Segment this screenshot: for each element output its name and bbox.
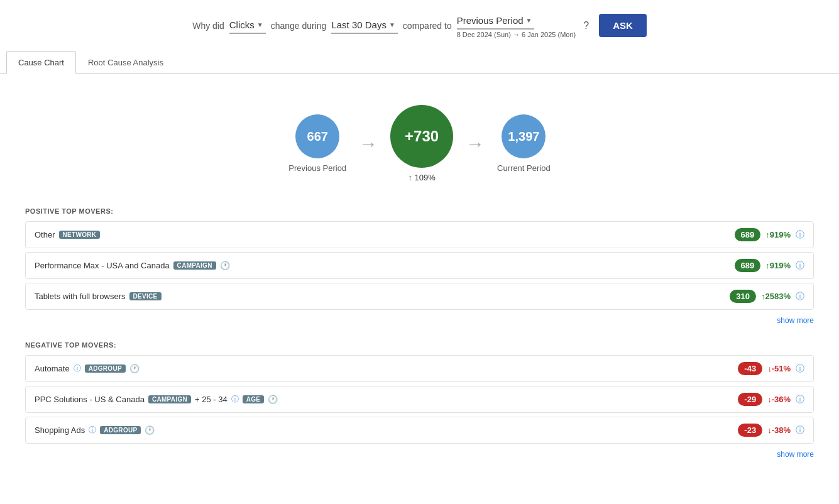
- tag-campaign: CAMPAIGN: [173, 261, 216, 270]
- previous-period-label: Previous Period: [288, 163, 346, 173]
- arrow-right-icon: →: [466, 133, 485, 155]
- metric-arrow-icon: ▼: [257, 21, 263, 28]
- current-period-node: 1,397 Current Period: [497, 114, 551, 173]
- badge-value: 689: [735, 259, 761, 272]
- clock-icon[interactable]: 🕐: [129, 364, 140, 373]
- negative-show-more[interactable]: show more: [25, 447, 814, 465]
- list-item: Other NETWORK 689 ↑919% ⓘ: [25, 221, 814, 248]
- change-during-label: change during: [271, 21, 327, 31]
- list-item: PPC Solutions - US & Canada CAMPAIGN + 2…: [25, 386, 814, 413]
- ask-button[interactable]: ASK: [599, 14, 647, 37]
- comparison-container: Previous Period ▼ 8 Dec 2024 (Sun) → 6 J…: [457, 13, 576, 38]
- info-icon-inline[interactable]: ⓘ: [89, 425, 96, 436]
- mover-name: PPC Solutions - US & Canada: [35, 395, 145, 404]
- badge-value: 310: [730, 290, 756, 303]
- main-content: 667 Previous Period → +730 ↑ 109% → 1,39…: [0, 74, 839, 484]
- period-value: Last 30 Days: [331, 19, 387, 30]
- mover-right: 310 ↑2583% ⓘ: [730, 290, 804, 303]
- comparison-dropdown[interactable]: Previous Period ▼: [457, 13, 535, 30]
- current-period-value: 1,397: [508, 129, 539, 144]
- tag-adgroup: ADGROUP: [85, 364, 126, 373]
- badge-value: -23: [738, 424, 762, 437]
- metric-value: Clicks: [229, 19, 255, 30]
- mover-right: -29 ↓-36% ⓘ: [738, 393, 804, 406]
- pct-value: ↓-36%: [767, 395, 791, 404]
- positive-movers-header: POSITIVE TOP MOVERS:: [25, 207, 814, 215]
- compared-to-label: compared to: [403, 21, 452, 31]
- pct-value: ↑919%: [765, 261, 791, 270]
- list-item: Performance Max - USA and Canada CAMPAIG…: [25, 252, 814, 279]
- badge-value: 689: [735, 228, 761, 241]
- period-dropdown[interactable]: Last 30 Days ▼: [331, 17, 397, 34]
- mover-name: Automate: [35, 364, 70, 373]
- mover-right: -43 ↓-51% ⓘ: [738, 362, 804, 375]
- positive-show-more[interactable]: show more: [25, 314, 814, 331]
- mover-left: Shopping Ads ⓘ ADGROUP 🕐: [35, 425, 155, 436]
- arrow-left-icon: →: [359, 133, 378, 155]
- query-bar: Why did Clicks ▼ change during Last 30 D…: [0, 0, 839, 45]
- why-did-label: Why did: [192, 21, 224, 31]
- tag-network: NETWORK: [59, 231, 101, 239]
- previous-period-node: 667 Previous Period: [288, 114, 346, 173]
- clock-icon[interactable]: 🕐: [268, 395, 278, 404]
- info-icon[interactable]: ⓘ: [796, 363, 804, 375]
- mover-name: Other: [35, 230, 55, 239]
- date-range: 8 Dec 2024 (Sun) → 6 Jan 2025 (Mon): [457, 31, 576, 38]
- tab-cause-chart[interactable]: Cause Chart: [6, 51, 76, 74]
- info-icon[interactable]: ⓘ: [796, 425, 804, 436]
- info-icon-inline[interactable]: ⓘ: [231, 394, 239, 405]
- info-icon[interactable]: ⓘ: [796, 394, 804, 405]
- tab-root-cause-analysis[interactable]: Root Cause Analysis: [76, 51, 175, 74]
- mover-name: Performance Max - USA and Canada: [35, 261, 170, 270]
- current-period-circle: 1,397: [502, 114, 546, 158]
- help-icon[interactable]: ?: [583, 20, 589, 31]
- tab-bar: Cause Chart Root Cause Analysis: [0, 51, 839, 74]
- list-item: Automate ⓘ ADGROUP 🕐 -43 ↓-51% ⓘ: [25, 355, 814, 382]
- list-item: Tablets with full browsers DEVICE 310 ↑2…: [25, 283, 814, 310]
- change-circle: +730: [390, 105, 453, 168]
- clock-icon[interactable]: 🕐: [145, 425, 155, 435]
- tag-age: AGE: [243, 395, 265, 403]
- info-icon-inline[interactable]: ⓘ: [74, 363, 81, 374]
- negative-movers-header: NEGATIVE TOP MOVERS:: [25, 341, 814, 349]
- mover-left: Tablets with full browsers DEVICE: [35, 292, 162, 301]
- change-value: +730: [405, 128, 439, 145]
- previous-period-circle: 667: [295, 114, 339, 158]
- info-icon[interactable]: ⓘ: [796, 229, 804, 241]
- info-icon[interactable]: ⓘ: [796, 291, 804, 302]
- badge-value: -29: [738, 393, 762, 406]
- mover-name: Shopping Ads: [35, 425, 85, 435]
- mover-name: Tablets with full browsers: [35, 292, 126, 301]
- extra-label: + 25 - 34: [195, 395, 228, 404]
- mover-left: Other NETWORK: [35, 230, 100, 239]
- pct-value: ↑919%: [765, 230, 791, 239]
- mover-left: PPC Solutions - US & Canada CAMPAIGN + 2…: [35, 394, 278, 405]
- previous-period-value: 667: [307, 129, 328, 144]
- tag-campaign: CAMPAIGN: [148, 395, 191, 403]
- change-pct: ↑ 109%: [408, 173, 435, 182]
- pct-value: ↓-51%: [767, 364, 791, 373]
- tag-adgroup: ADGROUP: [100, 426, 141, 434]
- current-period-label: Current Period: [497, 163, 551, 173]
- pct-value: ↓-38%: [767, 425, 791, 435]
- flow-diagram: 667 Previous Period → +730 ↑ 109% → 1,39…: [25, 105, 814, 182]
- metric-dropdown[interactable]: Clicks ▼: [229, 17, 266, 34]
- mover-right: -23 ↓-38% ⓘ: [738, 424, 804, 437]
- info-icon[interactable]: ⓘ: [796, 260, 804, 271]
- mover-right: 689 ↑919% ⓘ: [735, 228, 804, 241]
- mover-right: 689 ↑919% ⓘ: [735, 259, 804, 272]
- list-item: Shopping Ads ⓘ ADGROUP 🕐 -23 ↓-38% ⓘ: [25, 417, 814, 444]
- pct-value: ↑2583%: [761, 292, 791, 301]
- mover-left: Automate ⓘ ADGROUP 🕐: [35, 363, 140, 374]
- clock-icon[interactable]: 🕐: [220, 261, 230, 270]
- comparison-value: Previous Period: [457, 15, 524, 26]
- change-node: +730 ↑ 109%: [390, 105, 453, 182]
- tag-device: DEVICE: [129, 292, 162, 300]
- mover-left: Performance Max - USA and Canada CAMPAIG…: [35, 261, 230, 270]
- badge-value: -43: [738, 362, 762, 375]
- period-arrow-icon: ▼: [389, 21, 395, 28]
- comparison-arrow-icon: ▼: [526, 17, 532, 24]
